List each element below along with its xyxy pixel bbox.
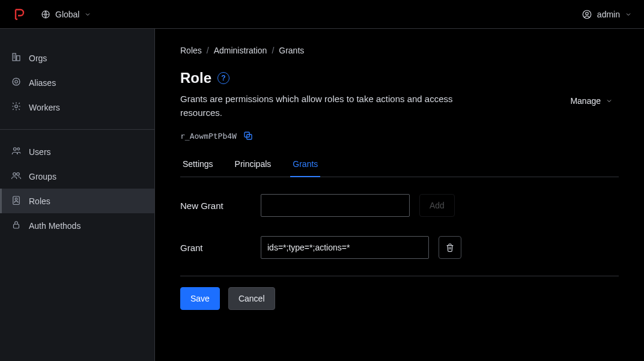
breadcrumb-item[interactable]: Administration: [214, 46, 267, 55]
workers-icon: [11, 101, 22, 114]
grant-label: Grant: [180, 243, 261, 253]
sidebar-item-label: Orgs: [29, 53, 47, 63]
new-grant-input[interactable]: [261, 194, 410, 217]
chevron-down-icon: [606, 97, 613, 105]
globe-icon: [41, 10, 50, 19]
topbar: Global admin: [0, 0, 644, 29]
breadcrumb-separator: /: [207, 46, 209, 55]
sidebar-item-label: Groups: [29, 172, 56, 181]
trash-icon: [445, 243, 455, 252]
svg-point-5: [15, 80, 18, 83]
sidebar-item-label: Users: [29, 147, 51, 157]
svg-point-13: [15, 198, 17, 201]
tab-principals[interactable]: Principals: [232, 153, 274, 177]
sidebar-item-aliases[interactable]: Aliases: [0, 70, 154, 95]
page-title: Role: [180, 70, 211, 86]
sidebar-item-auth-methods[interactable]: Auth Methods: [0, 213, 154, 238]
svg-point-6: [13, 78, 20, 85]
scope-switcher[interactable]: Global: [41, 10, 91, 19]
chevron-down-icon: [84, 11, 91, 18]
main-content: Roles/Administration/Grants Role ? Grant…: [155, 29, 644, 361]
breadcrumb: Roles/Administration/Grants: [180, 46, 619, 55]
sidebar-item-label: Workers: [29, 103, 60, 112]
breadcrumb-item[interactable]: Grants: [279, 46, 304, 55]
user-label: admin: [597, 10, 620, 19]
page-description: Grants are permissions which allow roles…: [180, 93, 469, 120]
users-icon: [11, 145, 22, 158]
svg-point-7: [15, 105, 18, 108]
manage-label: Manage: [570, 96, 601, 106]
breadcrumb-separator: /: [272, 46, 274, 55]
svg-point-8: [14, 148, 17, 151]
add-button[interactable]: Add: [419, 194, 455, 217]
delete-grant-button[interactable]: [439, 236, 461, 259]
sidebar-item-workers[interactable]: Workers: [0, 95, 154, 120]
copy-icon[interactable]: [243, 130, 254, 141]
svg-rect-4: [17, 56, 20, 61]
sidebar-item-users[interactable]: Users: [0, 139, 154, 164]
manage-dropdown[interactable]: Manage: [564, 93, 619, 109]
brand-logo: [12, 7, 26, 22]
svg-point-10: [13, 173, 16, 176]
user-menu[interactable]: admin: [582, 9, 632, 20]
breadcrumb-item[interactable]: Roles: [180, 46, 202, 55]
auth-methods-icon: [11, 219, 22, 232]
grant-input[interactable]: [261, 236, 429, 259]
svg-rect-14: [14, 224, 19, 228]
tab-grants[interactable]: Grants: [290, 153, 320, 177]
tabs: SettingsPrincipalsGrants: [180, 153, 619, 177]
svg-point-9: [17, 148, 20, 150]
sidebar-item-label: Roles: [29, 196, 50, 206]
help-icon[interactable]: ?: [217, 72, 229, 84]
save-button[interactable]: Save: [180, 287, 220, 310]
user-circle-icon: [582, 9, 592, 20]
aliases-icon: [11, 76, 22, 89]
cancel-button[interactable]: Cancel: [228, 287, 275, 310]
sidebar-item-label: Aliases: [29, 78, 56, 88]
svg-point-11: [17, 173, 20, 176]
roles-icon: [11, 195, 22, 207]
sidebar-divider: [0, 129, 154, 130]
chevron-down-icon: [625, 11, 632, 18]
role-id: r_AowmPtPb4W: [180, 132, 237, 141]
svg-rect-3: [13, 53, 16, 61]
sidebar-item-label: Auth Methods: [29, 221, 80, 231]
scope-label: Global: [55, 10, 79, 19]
sidebar-item-roles[interactable]: Roles: [0, 189, 154, 213]
orgs-icon: [11, 52, 22, 64]
form-divider: [180, 276, 619, 276]
new-grant-label: New Grant: [180, 201, 261, 211]
sidebar-item-orgs[interactable]: Orgs: [0, 46, 154, 70]
groups-icon: [11, 170, 22, 183]
svg-point-2: [586, 12, 589, 15]
sidebar-item-groups[interactable]: Groups: [0, 164, 154, 189]
tab-settings[interactable]: Settings: [180, 153, 216, 177]
sidebar: OrgsAliasesWorkers UsersGroupsRolesAuth …: [0, 29, 155, 361]
